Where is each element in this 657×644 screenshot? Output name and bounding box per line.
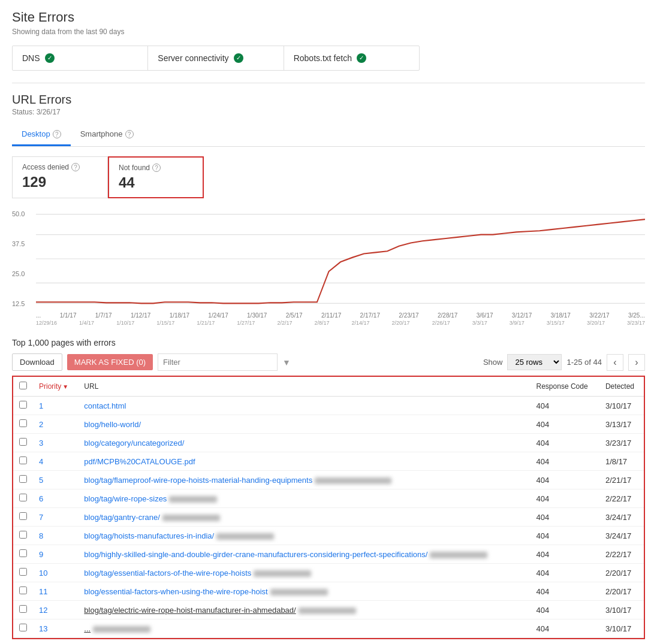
response-code-cell: 404: [531, 619, 599, 638]
url-cell[interactable]: blog/tag/flameproof-wire-rope-hoists-mat…: [78, 471, 530, 489]
row-checkbox-cell[interactable]: [13, 508, 33, 527]
row-checkbox[interactable]: [19, 494, 27, 501]
row-checkbox[interactable]: [19, 531, 27, 539]
row-checkbox[interactable]: [19, 568, 27, 576]
priority-cell: 10: [33, 564, 78, 582]
filter-input[interactable]: [158, 353, 278, 371]
table-row: 4 pdf/MCPB%20CATALOUGE.pdf 404 1/8/17: [13, 452, 644, 471]
prev-page-button[interactable]: ‹: [607, 354, 623, 371]
url-link[interactable]: blog/essential-factors-when-using-the-wi…: [84, 587, 267, 596]
tab-smartphone[interactable]: Smartphone ?: [71, 123, 143, 146]
url-link[interactable]: blog/tag/gantry-crane/: [84, 513, 159, 522]
priority-cell: 5: [33, 471, 78, 489]
url-cell[interactable]: contact.html: [78, 397, 530, 415]
divider: [12, 83, 645, 83]
row-checkbox-cell[interactable]: [13, 434, 33, 452]
url-link[interactable]: contact.html: [84, 401, 126, 410]
url-cell[interactable]: blog/tag/essential-factors-of-the-wire-r…: [78, 564, 530, 582]
url-cell[interactable]: ...: [78, 619, 530, 638]
table-row: 2 blog/hello-world/ 404 3/13/17: [13, 415, 644, 434]
row-checkbox-cell[interactable]: [13, 545, 33, 564]
url-link[interactable]: blog/hello-world/: [84, 420, 141, 429]
dns-tab[interactable]: DNS ✓: [13, 46, 148, 70]
url-link[interactable]: blog/category/uncategorized/: [84, 439, 184, 448]
detected-cell: 2/21/17: [599, 471, 644, 489]
url-cell[interactable]: blog/essential-factors-when-using-the-wi…: [78, 582, 530, 601]
error-cards: Access denied ? 129 Not found ? 44: [12, 156, 645, 198]
url-cell[interactable]: blog/tag/hoists-manufactures-in-india/: [78, 527, 530, 545]
url-cell[interactable]: blog/tag/gantry-crane/: [78, 508, 530, 527]
robots-txt-tab[interactable]: Robots.txt fetch ✓: [284, 46, 419, 70]
desktop-help-icon[interactable]: ?: [53, 130, 61, 138]
chart-y-labels: 50.0 37.5 25.0 12.5: [12, 208, 36, 310]
page-title: Site Errors: [12, 10, 645, 25]
row-checkbox-cell[interactable]: [13, 564, 33, 582]
row-checkbox-cell[interactable]: [13, 582, 33, 601]
priority-sort-icon: ▼: [62, 383, 68, 390]
download-button[interactable]: Download: [12, 353, 62, 371]
response-code-cell: 404: [531, 508, 599, 527]
access-denied-card[interactable]: Access denied ? 129: [12, 156, 108, 198]
rows-select[interactable]: 25 rows 50 rows 100 rows: [507, 354, 562, 370]
row-checkbox-cell[interactable]: [13, 471, 33, 489]
mark-as-fixed-button[interactable]: MARK AS FIXED (0): [67, 354, 153, 370]
smartphone-help-icon[interactable]: ?: [125, 130, 134, 138]
row-checkbox[interactable]: [19, 438, 27, 446]
row-checkbox-cell[interactable]: [13, 397, 33, 415]
response-code-cell: 404: [531, 434, 599, 452]
url-link[interactable]: blog/tag/hoists-manufactures-in-india/: [84, 531, 214, 540]
url-link[interactable]: blog/tag/essential-factors-of-the-wire-r…: [84, 569, 251, 578]
row-checkbox[interactable]: [19, 456, 27, 464]
priority-cell: 13: [33, 619, 78, 638]
row-checkbox[interactable]: [19, 549, 27, 557]
row-checkbox[interactable]: [19, 624, 27, 631]
filter-icon: ▼: [282, 358, 291, 367]
url-cell[interactable]: blog/hello-world/: [78, 415, 530, 434]
table-row: 13 ... 404 3/10/17: [13, 619, 644, 638]
device-tabs: Desktop ? Smartphone ?: [12, 123, 645, 147]
url-link[interactable]: ...: [84, 624, 91, 633]
priority-cell: 3: [33, 434, 78, 452]
priority-cell: 12: [33, 601, 78, 619]
row-checkbox-cell[interactable]: [13, 489, 33, 508]
table-row: 10 blog/tag/essential-factors-of-the-wir…: [13, 564, 644, 582]
row-checkbox-cell[interactable]: [13, 415, 33, 434]
url-cell[interactable]: blog/category/uncategorized/: [78, 434, 530, 452]
url-cell[interactable]: blog/tag/wire-rope-sizes: [78, 489, 530, 508]
select-all-checkbox[interactable]: [19, 382, 27, 389]
url-errors-title: URL Errors: [12, 93, 645, 107]
url-link[interactable]: pdf/MCPB%20CATALOUGE.pdf: [84, 457, 195, 466]
url-link[interactable]: blog/tag/flameproof-wire-rope-hoists-mat…: [84, 476, 312, 485]
url-link[interactable]: blog/highly-skilled-single-and-double-gi…: [84, 550, 427, 559]
table-wrapper: Priority ▼ URL Response Code Detected 1 …: [12, 376, 645, 639]
select-all-header[interactable]: [13, 377, 33, 397]
not-found-card[interactable]: Not found ? 44: [108, 156, 204, 198]
detected-cell: 3/13/17: [599, 415, 644, 434]
next-page-button[interactable]: ›: [628, 354, 645, 371]
response-code-cell: 404: [531, 397, 599, 415]
url-link[interactable]: blog/tag/electric-wire-rope-hoist-manufa…: [84, 606, 296, 615]
response-code-cell: 404: [531, 452, 599, 471]
row-checkbox[interactable]: [19, 401, 27, 409]
robots-txt-tab-label: Robots.txt fetch: [294, 53, 352, 63]
tab-desktop[interactable]: Desktop ?: [12, 123, 71, 146]
dns-check-icon: ✓: [45, 53, 55, 63]
row-checkbox[interactable]: [19, 419, 27, 427]
row-checkbox[interactable]: [19, 512, 27, 520]
row-checkbox-cell[interactable]: [13, 452, 33, 471]
priority-header[interactable]: Priority ▼: [33, 377, 78, 397]
row-checkbox[interactable]: [19, 475, 27, 483]
url-cell[interactable]: blog/tag/electric-wire-rope-hoist-manufa…: [78, 601, 530, 619]
url-cell[interactable]: pdf/MCPB%20CATALOUGE.pdf: [78, 452, 530, 471]
not-found-help-icon[interactable]: ?: [152, 164, 161, 172]
row-checkbox-cell[interactable]: [13, 601, 33, 619]
pagination-text: 1-25 of 44: [566, 358, 602, 367]
server-connectivity-tab[interactable]: Server connectivity ✓: [148, 46, 284, 70]
url-link[interactable]: blog/tag/wire-rope-sizes: [84, 494, 167, 503]
row-checkbox-cell[interactable]: [13, 619, 33, 638]
url-cell[interactable]: blog/highly-skilled-single-and-double-gi…: [78, 545, 530, 564]
access-denied-help-icon[interactable]: ?: [71, 163, 80, 171]
row-checkbox-cell[interactable]: [13, 527, 33, 545]
row-checkbox[interactable]: [19, 586, 27, 594]
row-checkbox[interactable]: [19, 605, 27, 613]
